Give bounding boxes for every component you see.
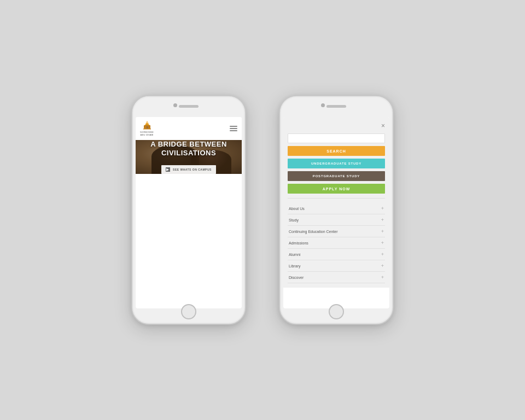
svg-point-9 xyxy=(147,122,148,123)
logo-icon xyxy=(141,120,153,131)
menu-items-list: About Us+Study+Continuing Education Cent… xyxy=(288,203,385,283)
menu-item-expand-icon: + xyxy=(381,263,384,269)
search-input[interactable] xyxy=(288,133,385,143)
menu-item-expand-icon: + xyxy=(381,217,384,223)
phones-container: SORBONNE ABU DHABI xyxy=(131,95,394,325)
home-button-2[interactable] xyxy=(329,304,344,319)
menu-item-label: Continuing Education Center xyxy=(289,230,338,234)
hero-content: A BRIDGE BETWEEN CIVILISATIONS ▶ SEE WHA… xyxy=(136,140,242,174)
menu-item[interactable]: Continuing Education Center+ xyxy=(288,226,385,237)
arrow-icon: ▶ xyxy=(166,167,170,172)
menu-item-label: Admissions xyxy=(289,241,308,245)
postgraduate-study-button[interactable]: POSTGRADUATE STUDY xyxy=(288,171,385,181)
close-button[interactable]: × xyxy=(381,122,385,129)
logo-text: SORBONNE ABU DHABI xyxy=(140,131,154,137)
logo-area: SORBONNE ABU DHABI xyxy=(140,120,154,137)
menu-item[interactable]: Alumni+ xyxy=(288,249,385,260)
phone-2-screen: × SEARCH UNDERGRADUATE STUDY POSTGRADUAT… xyxy=(283,117,389,308)
svg-rect-5 xyxy=(146,125,147,129)
menu-item-expand-icon: + xyxy=(381,275,384,280)
menu-item-label: About Us xyxy=(289,207,305,211)
menu-item-label: Library xyxy=(289,264,300,268)
hero-title: A BRIDGE BETWEEN CIVILISATIONS xyxy=(142,140,235,158)
svg-rect-7 xyxy=(149,125,150,129)
phone-2-camera xyxy=(321,103,325,107)
hamburger-menu-icon[interactable] xyxy=(230,126,237,131)
menu-item-expand-icon: + xyxy=(381,240,384,246)
phone2-menu-screen: × SEARCH UNDERGRADUATE STUDY POSTGRADUAT… xyxy=(283,117,389,288)
menu-item-label: Study xyxy=(289,218,299,222)
svg-rect-4 xyxy=(144,125,145,129)
phone-2: × SEARCH UNDERGRADUATE STUDY POSTGRADUAT… xyxy=(279,95,394,325)
phone-1: SORBONNE ABU DHABI xyxy=(131,95,246,325)
svg-rect-6 xyxy=(148,125,149,129)
phone-camera xyxy=(173,103,177,107)
hero-btn-label: SEE WHATS ON CAMPUS xyxy=(173,168,212,171)
menu-item-label: Discover xyxy=(289,276,304,279)
menu-item-label: Alumni xyxy=(289,253,300,256)
menu-item[interactable]: Discover+ xyxy=(288,272,385,283)
undergraduate-study-button[interactable]: UNDERGRADUATE STUDY xyxy=(288,159,385,168)
menu-item-expand-icon: + xyxy=(381,229,384,234)
home-button-1[interactable] xyxy=(181,304,196,319)
menu-item[interactable]: Library+ xyxy=(288,260,385,272)
menu-item[interactable]: Admissions+ xyxy=(288,237,385,249)
phone1-hero: A BRIDGE BETWEEN CIVILISATIONS ▶ SEE WHA… xyxy=(136,140,242,174)
phone-1-screen: SORBONNE ABU DHABI xyxy=(136,117,242,308)
menu-item[interactable]: Study+ xyxy=(288,214,385,226)
menu-divider xyxy=(288,198,385,199)
menu-item-expand-icon: + xyxy=(381,252,384,257)
search-button[interactable]: SEARCH xyxy=(288,146,385,156)
svg-rect-8 xyxy=(143,129,151,130)
menu-item[interactable]: About Us+ xyxy=(288,203,385,214)
hero-cta-button[interactable]: ▶ SEE WHATS ON CAMPUS xyxy=(161,165,216,174)
apply-now-button[interactable]: APPLY NOW xyxy=(288,184,385,194)
phone1-main-screen: SORBONNE ABU DHABI xyxy=(136,117,242,174)
phone1-header: SORBONNE ABU DHABI xyxy=(136,117,242,140)
menu-close-row: × xyxy=(288,122,385,129)
menu-item-expand-icon: + xyxy=(381,206,384,211)
